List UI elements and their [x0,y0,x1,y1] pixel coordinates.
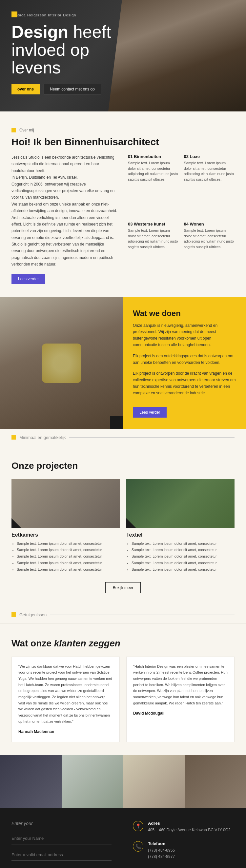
about-section: Over mij Hoi! Ik ben Binnenhuisarchitect… [0,112,246,297]
testimonial-author: Hannah Maclennan [19,728,113,735]
corner-triangle [11,518,21,528]
yellow-square-icon-2 [11,435,16,440]
minimal-label: Minimaal en gemakkelijk [0,429,246,446]
what-content: Wat we doen Onze aanpak is nieuwsgierig,… [123,297,246,429]
feature-item: 01 BinnenbuitenSample text. Lorem ipsum … [128,154,179,216]
testimonial-text: "We zijn zo dankbaar dat we voor Hatch h… [19,663,113,725]
about-text: Jessica's Studio is een bekroonde archit… [11,154,118,284]
testimonial-card: "Hatch Interior Design was een plezier o… [126,657,235,742]
feature-item: 04 WonenSample text. Lorem ipsum dolor s… [184,222,235,284]
divider-line [69,437,235,438]
project-list: Sample text. Lorem ipsum dolor sit amet,… [126,540,235,573]
gallery-item-3 [123,755,185,808]
hero-content: Jessica Helgerson Interior Design Design… [0,0,246,107]
contact-info-column: 📍 Adres 405 – 460 Doyle Avenue Kelowna B… [123,808,246,868]
contact-button[interactable]: Neem contact met ons op [43,84,101,94]
feature-item: 03 Westerse kunstSample text. Lorem ipsu… [128,222,179,284]
testimonials-grid: "We zijn zo dankbaar dat we voor Hatch h… [11,657,235,742]
contact-info-title: Adres [148,821,230,826]
contact-icon: 📞 [133,841,143,851]
brand-name: Jessica Helgerson Interior Design [11,13,235,17]
testimonials-title: Wat onze klanten zeggen [11,638,235,649]
testimonials-label: Getuigenissen [0,607,246,623]
testimonial-author: David Mcdougall [133,710,227,717]
what-grid: Wat we doen Onze aanpak is nieuwsgierig,… [0,297,246,429]
feature-item: 02 LuxeSample text. Lorem ipsum dolor si… [184,154,235,216]
what-image-inner [0,297,123,429]
view-more-button[interactable]: Bekijk meer [105,582,141,593]
contact-form-column: Enter your Indienen [0,808,123,868]
projects-section: Onze projecten Eetkamers Sample text. Lo… [0,446,246,607]
what-text-3: Elk project is ontworpen door de kracht … [133,370,236,396]
contact-info-title: Telefoon [148,841,175,846]
projects-btn-row: Bekijk meer [11,582,235,593]
what-section: Wat we doen Onze aanpak is nieuwsgierig,… [0,297,246,429]
hero-title: Design heeftinvloed oplevens [11,23,235,77]
corner-triangle [126,518,136,528]
project-card: Textiel Sample text. Lorem ipsum dolor s… [126,479,235,573]
contact-info-text-block: Adres 405 – 460 Doyle Avenue Kelowna BC … [148,821,230,833]
email-input[interactable] [11,849,112,861]
what-read-more-button[interactable]: Lees verder [133,407,166,417]
message-input[interactable] [11,865,112,868]
gallery-item-1 [0,755,62,808]
projects-grid: Eetkamers Sample text. Lorem ipsum dolor… [11,479,235,573]
contact-icon: 📍 [133,821,143,831]
project-title: Textiel [126,532,235,538]
project-card: Eetkamers Sample text. Lorem ipsum dolor… [11,479,120,573]
accent-square [11,11,18,18]
contact-info-lines: (778) 484-8955(778) 484-8977 [148,847,175,860]
about-title: Hoi! Ik ben Binnenhuisarchitect [11,136,235,148]
yellow-square-icon [11,128,16,132]
testimonials-section: Wat onze klanten zeggen "We zijn zo dank… [0,623,246,755]
project-list: Sample text. Lorem ipsum dolor sit amet,… [11,540,120,573]
contact-info-lines: 405 – 460 Doyle Avenue Kelowna BC V1Y 0G… [148,827,230,833]
read-more-button[interactable]: Lees verder [11,274,45,284]
about-grid: Jessica's Studio is een bekroonde archit… [11,154,235,284]
contact-info-item: 📍 Adres 405 – 460 Doyle Avenue Kelowna B… [133,821,236,833]
contact-section: Enter your Indienen 📍 Adres 405 – 460 Do… [0,808,246,868]
black-corner-block [110,416,123,429]
form-label: Enter your [11,821,112,826]
project-title: Eetkamers [11,532,120,538]
hero-section: Jessica Helgerson Interior Design Design… [0,0,246,112]
contact-info-text-block: Telefoon (778) 484-8955(778) 484-8977 [148,841,175,860]
what-text-1: Onze aanpak is nieuwsgierig, samenwerken… [133,322,236,348]
pillow-decoration [42,344,81,383]
about-label: Over mij [11,128,235,132]
what-text-2: Elk project is een ontdekkingsproces dat… [133,353,236,366]
projects-title: Onze projecten [11,461,235,471]
name-input[interactable] [11,833,112,844]
gallery-item-4 [185,755,246,808]
what-image [0,297,123,429]
project-image-0 [11,479,120,528]
contact-info-item: 📞 Telefoon (778) 484-8955(778) 484-8977 [133,841,236,860]
divider-line-2 [50,615,235,615]
gallery-item-2 [62,755,123,808]
hero-buttons: over ons Neem contact met ons op [11,84,235,94]
project-image-1 [126,479,235,528]
what-title: Wat we doen [133,309,236,318]
about-features: 01 BinnenbuitenSample text. Lorem ipsum … [128,154,235,284]
about-button[interactable]: over ons [11,84,40,94]
gallery-section [0,755,246,808]
yellow-square-icon-3 [11,612,16,617]
testimonial-text: "Hatch Interior Design was een plezier o… [133,663,227,706]
testimonial-card: "We zijn zo dankbaar dat we voor Hatch h… [11,657,120,742]
